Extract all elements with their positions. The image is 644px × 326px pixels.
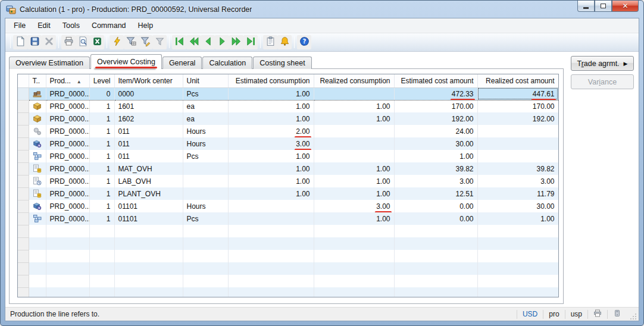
save-button[interactable] [27, 35, 42, 49]
cell-value: 2.00 [296, 127, 310, 136]
cell-value: 39.82 [536, 165, 554, 173]
row-selector[interactable] [18, 262, 29, 275]
menu-edit[interactable]: Edit [32, 20, 57, 32]
close-icon: ✕ [622, 2, 628, 10]
column-header-realized-cost-amount[interactable]: Realized cost amount [477, 74, 558, 87]
row-selector[interactable] [18, 112, 29, 125]
cell-value: 1602 [118, 115, 135, 123]
table-row[interactable]: PRD_0000...1LAB_OVH1.001.003.003.00 [18, 175, 558, 187]
column-header-item-work-center[interactable]: Item/Work center [114, 74, 183, 87]
table-row[interactable]: PRD_0000...1PLANT_OVH1.001.0012.5111.79 [18, 187, 558, 200]
cell-item: PLANT_OVH [114, 187, 183, 200]
restore-button[interactable] [595, 1, 612, 12]
previous-page-button[interactable] [186, 35, 201, 49]
cell-value: 01101 [118, 202, 137, 211]
tab-overview-estimation[interactable]: Overview Estimation [9, 57, 90, 69]
cell-value: 11.79 [537, 190, 554, 198]
minimize-button[interactable] [577, 1, 595, 12]
row-selector[interactable] [18, 250, 29, 262]
cell-est_cost: 39.82 [394, 162, 477, 175]
delete-button[interactable] [42, 35, 56, 49]
restore-icon [601, 4, 606, 8]
column-header-level[interactable]: Level [89, 74, 114, 87]
type-cell [29, 100, 46, 112]
remove-filter-button[interactable] [152, 35, 167, 49]
database-status-button[interactable] [607, 310, 627, 319]
trade-agrmt-button[interactable]: Trade agrmt.▶ [571, 56, 634, 71]
column-header-realized-consumption[interactable]: Realized consumption [314, 74, 394, 87]
document-handling-button[interactable] [263, 35, 277, 49]
table-row[interactable]: PRD_0000...101101Hours3.000.0030.00 [18, 200, 558, 212]
filter-field-button[interactable] [138, 35, 152, 49]
menu-tools[interactable]: Tools [57, 20, 86, 32]
row-selector[interactable] [18, 175, 29, 187]
row-selector[interactable] [18, 187, 29, 200]
last-record-button[interactable] [243, 35, 258, 49]
menu-help[interactable]: Help [132, 20, 160, 32]
row-selector[interactable] [18, 162, 29, 175]
cell-real_cost [477, 250, 558, 262]
export-excel-button[interactable] [90, 35, 104, 49]
first-record-button[interactable] [172, 35, 186, 49]
costing-grid[interactable]: T..Prod...▲LevelItem/Work centerUnitEsti… [17, 74, 559, 297]
cell-est_cost [394, 225, 477, 237]
process-gear-icon [33, 139, 42, 148]
column-header-unit[interactable]: Unit [183, 74, 228, 87]
row-selector[interactable] [18, 125, 29, 137]
column-header-estimated-consumption[interactable]: Estimated consumption [228, 74, 314, 87]
table-row[interactable]: PRD_0000...11602ea1.001.00192.00192.00 [18, 112, 558, 125]
menu-command[interactable]: Command [86, 20, 132, 32]
select-all-corner[interactable] [18, 74, 29, 87]
row-selector[interactable] [18, 237, 29, 250]
new-button[interactable] [13, 35, 27, 49]
next-page-button[interactable] [229, 35, 243, 49]
print-preview-button[interactable] [76, 35, 90, 49]
table-row[interactable]: PRD_0000...00000Pcs1.00472.33447.61 [18, 87, 558, 100]
cell-level [89, 275, 114, 287]
table-row[interactable]: PRD_0000...1011Pcs1.001.00 [18, 150, 558, 162]
table-row[interactable]: PRD_0000...11601ea1.001.00170.00170.00 [18, 100, 558, 112]
next-record-button[interactable] [215, 35, 229, 49]
table-row[interactable]: PRD_0000...1011Hours2.0024.00 [18, 125, 558, 137]
cell-value: PRD_0000... [50, 115, 90, 123]
previous-record-button[interactable] [201, 35, 215, 49]
row-selector[interactable] [18, 137, 29, 150]
column-header-prod[interactable]: Prod...▲ [46, 74, 89, 87]
row-selector[interactable] [18, 287, 29, 297]
column-header-t[interactable]: T.. [29, 74, 46, 87]
column-header-estimated-cost-amount[interactable]: Estimated cost amount [394, 74, 477, 87]
process-gear-icon [33, 202, 42, 210]
printer-status-button[interactable] [587, 310, 607, 319]
close-button[interactable]: ✕ [612, 1, 639, 12]
print-button[interactable] [61, 35, 76, 49]
column-header-label: Prod... [50, 77, 71, 85]
tab-costing-sheet[interactable]: Costing sheet [253, 57, 311, 69]
table-row[interactable]: PRD_0000...101101Pcs1.000.001.00 [18, 212, 558, 225]
filter-advanced-button[interactable] [110, 35, 124, 49]
tab-calculation[interactable]: Calculation [202, 57, 252, 69]
row-selector[interactable] [18, 275, 29, 287]
tab-general[interactable]: General [162, 57, 202, 69]
row-selector[interactable] [18, 200, 29, 212]
cell-prod [46, 275, 89, 287]
cell-value: PRD_0000... [50, 140, 90, 148]
toolbar-separator [58, 36, 59, 48]
row-selector[interactable] [18, 212, 29, 225]
title-bar[interactable]: Calculation (1 - pro) - Production: PRD_… [1, 1, 643, 18]
filter-grid-button[interactable] [124, 35, 138, 49]
help-button[interactable]: ? [297, 35, 311, 49]
row-selector[interactable] [18, 100, 29, 112]
cell-est_cons [228, 287, 314, 297]
row-selector[interactable] [18, 87, 29, 100]
tab-overview-costing[interactable]: Overview Costing [90, 54, 162, 69]
table-row[interactable]: PRD_0000...1MAT_OVH1.001.0039.8239.82 [18, 162, 558, 175]
alerts-button[interactable] [277, 35, 292, 49]
row-selector[interactable] [18, 150, 29, 162]
menu-file[interactable]: File [8, 20, 32, 32]
toolbar-separator [294, 36, 295, 48]
row-selector[interactable] [18, 225, 29, 237]
cell-est_cons: 1.00 [228, 175, 314, 187]
resize-grip-icon[interactable] [629, 312, 637, 321]
cell-value: MAT_OVH [118, 165, 152, 173]
table-row[interactable]: PRD_0000...1011Hours3.0030.00 [18, 137, 558, 150]
